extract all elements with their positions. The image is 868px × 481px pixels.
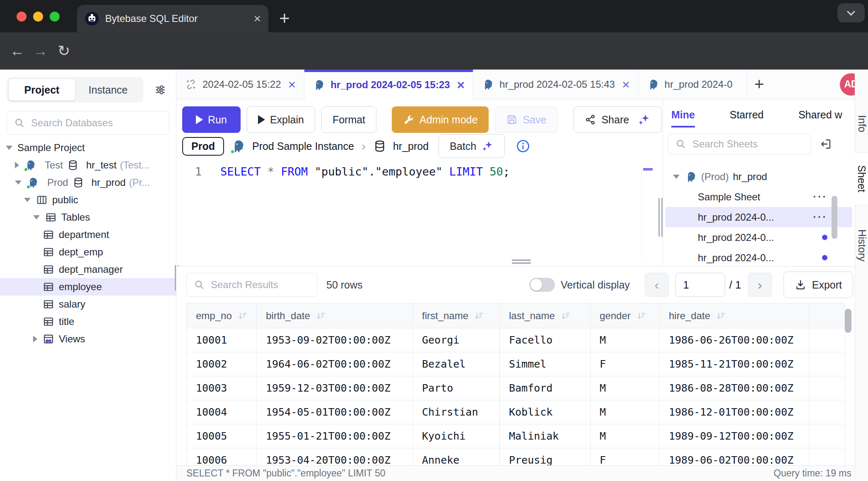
save-button[interactable]: Save — [495, 106, 557, 133]
collapse-panel-icon[interactable] — [819, 137, 832, 151]
table-cell[interactable]: M — [591, 424, 660, 448]
table-cell[interactable]: 1953-09-02T00:00:00Z — [257, 328, 413, 352]
close-icon[interactable]: × — [253, 12, 261, 25]
table-cell[interactable]: Simmel — [500, 352, 591, 376]
table-cell[interactable]: 10003 — [187, 376, 257, 400]
table-cell[interactable]: F — [591, 352, 660, 376]
table-row[interactable]: 100021964-06-02T00:00:00ZBezalelSimmelF1… — [187, 352, 845, 376]
more-menu-icon[interactable]: ··· — [813, 211, 827, 224]
table-row[interactable]: 100011953-09-02T00:00:00ZGeorgiFacelloM1… — [187, 328, 845, 352]
table-row[interactable]: 100041954-05-01T00:00:00ZChirstianKoblic… — [187, 400, 845, 424]
sheet-search-input[interactable] — [692, 138, 804, 150]
table-cell[interactable]: 1989-06-02T00:00:00Z — [660, 448, 809, 466]
rail-tab-sheet[interactable]: Sheet — [855, 152, 868, 205]
tree-item-Tables[interactable]: Tables — [0, 209, 176, 226]
table-cell[interactable]: Anneke — [413, 448, 500, 466]
table-cell[interactable]: 1959-12-03T00:00:00Z — [257, 376, 413, 400]
sidebar-tab-instance[interactable]: Instance — [75, 79, 141, 101]
column-header-emp_no[interactable]: emp_no — [187, 303, 257, 328]
sheet-tab-shared-w[interactable]: Shared w — [798, 109, 842, 127]
rail-tab-history[interactable]: History — [855, 212, 868, 279]
table-cell[interactable]: Parto — [413, 376, 500, 400]
worksheet-tab[interactable]: hr_prod 2024-02-05 15:23× — [304, 70, 473, 100]
close-icon[interactable]: × — [457, 78, 465, 91]
table-cell[interactable]: Maliniak — [500, 424, 591, 448]
table-cell[interactable]: 1986-06-26T00:00:00Z — [660, 328, 809, 352]
caret-right-icon[interactable] — [33, 336, 37, 342]
table-cell[interactable]: 1986-08-28T00:00:00Z — [660, 376, 809, 400]
table-cell[interactable]: 10002 — [187, 352, 257, 376]
table-cell[interactable]: 10004 — [187, 400, 257, 424]
sheet-list-scrollbar[interactable] — [832, 196, 837, 239]
table-cell[interactable]: 1989-09-12T00:00:00Z — [660, 424, 809, 448]
new-tab-button[interactable]: + — [279, 7, 290, 30]
tree-item-SampleProject[interactable]: Sample Project — [0, 139, 176, 156]
sheet-item[interactable]: hr_prod 2024-0... — [663, 248, 855, 266]
tree-item-hr_prod[interactable]: Prodhr_prod(Pr... — [0, 174, 176, 191]
caret-down-icon[interactable] — [673, 175, 680, 179]
tree-item-salary[interactable]: salary — [0, 296, 176, 313]
page-number-input[interactable] — [675, 273, 725, 297]
batch-button[interactable]: Batch — [439, 134, 505, 158]
format-button[interactable]: Format — [321, 106, 376, 133]
sheet-search[interactable] — [668, 133, 811, 155]
more-menu-icon[interactable]: ··· — [813, 190, 827, 203]
table-cell[interactable]: F — [591, 448, 660, 466]
table-row[interactable]: 100061953-04-20T00:00:00ZAnnekePreusigF1… — [187, 448, 845, 466]
explain-button[interactable]: Explain — [247, 106, 315, 133]
table-cell[interactable]: M — [591, 376, 660, 400]
table-cell[interactable]: Georgi — [413, 328, 500, 352]
environment-chip[interactable]: Prod — [182, 137, 224, 156]
window-close-button[interactable] — [17, 12, 27, 22]
sheet-tab-starred[interactable]: Starred — [730, 109, 764, 127]
table-cell[interactable]: 10006 — [187, 448, 257, 466]
close-icon[interactable]: × — [288, 78, 296, 91]
sheet-item[interactable]: Sample Sheet··· — [663, 187, 855, 207]
tree-item-hr_test[interactable]: Testhr_test(Test... — [0, 156, 176, 174]
reload-button[interactable]: ↻ — [52, 42, 75, 60]
code-editor[interactable]: 1 SELECT * FROM "public"."employee" LIMI… — [176, 159, 661, 178]
ai-sparkle-icon[interactable] — [637, 113, 651, 126]
table-cell[interactable]: Chirstian — [413, 400, 500, 424]
table-cell[interactable]: 10001 — [187, 328, 257, 352]
tree-item-dept_manager[interactable]: dept_manager — [0, 261, 176, 278]
column-header-hire_date[interactable]: hire_date — [660, 303, 809, 328]
table-cell[interactable]: 1953-04-20T00:00:00Z — [257, 448, 413, 466]
results-search-input[interactable] — [210, 279, 310, 291]
tab-search-button[interactable] — [837, 3, 865, 22]
panel-resize-handle[interactable] — [658, 198, 663, 237]
worksheet-tab[interactable]: hr_prod 2024-0 — [639, 70, 747, 99]
sheet-item[interactable]: hr_prod 2024-0... — [663, 227, 855, 248]
table-cell[interactable]: 1955-01-21T00:00:00Z — [257, 424, 413, 448]
info-icon[interactable] — [516, 139, 530, 154]
sheet-tab-mine[interactable]: Mine — [671, 109, 695, 127]
column-header-last_name[interactable]: last_name — [500, 303, 591, 328]
sheet-item[interactable]: hr_prod 2024-0...··· — [665, 207, 852, 227]
table-cell[interactable]: Bamford — [500, 376, 591, 400]
database-search-input[interactable] — [30, 117, 162, 129]
column-header-birth_date[interactable]: birth_date — [257, 303, 413, 328]
share-button[interactable]: Share — [574, 106, 662, 133]
table-row[interactable]: 100051955-01-21T00:00:00ZKyoichiMaliniak… — [187, 424, 845, 448]
column-header-gender[interactable]: gender — [591, 303, 660, 328]
browser-tab[interactable]: Bytebase SQL Editor × — [77, 5, 268, 32]
table-cell[interactable]: 10005 — [187, 424, 257, 448]
results-search[interactable] — [186, 273, 317, 297]
table-cell[interactable]: 1986-12-01T00:00:00Z — [660, 400, 809, 424]
sheet-group[interactable]: (Prod)hr_prod — [663, 166, 855, 187]
column-header-first_name[interactable]: first_name — [413, 303, 500, 328]
next-page-button[interactable]: › — [748, 273, 772, 297]
tree-item-employee[interactable]: employee — [0, 278, 176, 296]
close-icon[interactable]: × — [622, 78, 630, 91]
run-button[interactable]: Run — [182, 106, 241, 133]
admin-mode-button[interactable]: Admin mode — [392, 106, 489, 133]
tree-item-department[interactable]: department — [0, 226, 176, 243]
table-cell[interactable]: 1985-11-21T00:00:00Z — [660, 352, 809, 376]
table-cell[interactable]: Facello — [500, 328, 591, 352]
tree-item-title[interactable]: title — [0, 313, 176, 330]
prev-page-button[interactable]: ‹ — [645, 273, 669, 297]
back-button[interactable]: ← — [6, 42, 29, 60]
forward-button[interactable]: → — [29, 42, 52, 60]
clipped-sheet-item[interactable]: hr_prod 2024-0... — [663, 158, 855, 166]
table-cell[interactable]: 1954-05-01T00:00:00Z — [257, 400, 413, 424]
